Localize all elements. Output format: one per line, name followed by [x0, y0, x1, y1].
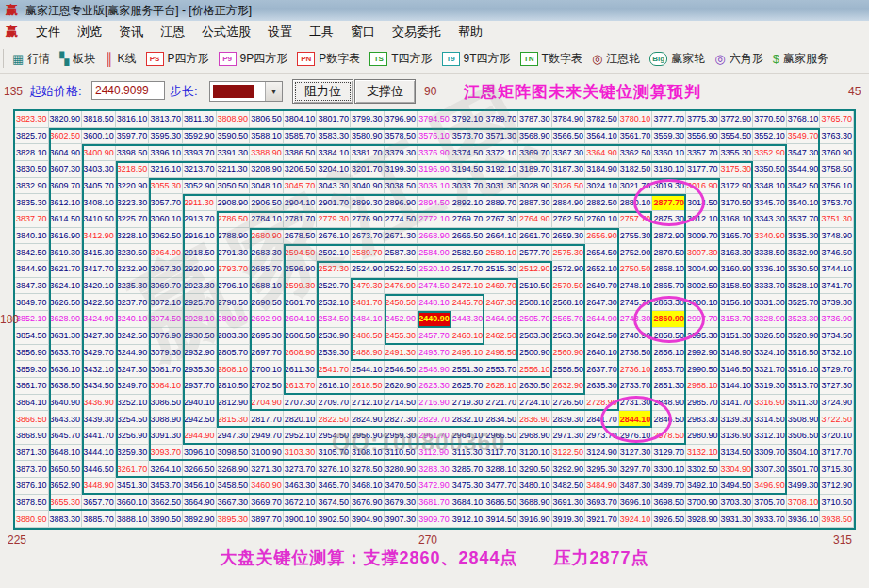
- grid-cell: 3744.10: [820, 261, 854, 278]
- menu-tools[interactable]: 工具: [301, 24, 342, 41]
- start-price-input[interactable]: [91, 81, 165, 100]
- grid-cell: 3708.10: [787, 495, 821, 512]
- grid-cell: 3700.90: [686, 495, 720, 512]
- menu-bar: 赢 文件 浏览 资讯 江恩 公式选股 设置 工具 窗口 交易委托 帮助: [0, 21, 869, 44]
- grid-cell: 2992.90: [686, 345, 720, 362]
- grid-cell: 2503.30: [518, 328, 552, 345]
- toolbar-item-quotes[interactable]: ▦行情: [12, 51, 50, 67]
- grid-cell: 2875.30: [652, 211, 686, 228]
- toolbar-item-winner-wheel[interactable]: Big赢家轮: [649, 51, 705, 67]
- app-logo-icon: 赢: [6, 24, 18, 41]
- grid-cell: 3060.10: [149, 211, 183, 228]
- grid-cell: 3931.30: [720, 511, 754, 528]
- menu-trade[interactable]: 交易委托: [384, 24, 450, 41]
- toolbar: ▦行情▚板块║K线PSP四方形P99P四方形PNP数字表TST四方形T99T四方…: [0, 43, 869, 74]
- grid-cell: 3336.10: [753, 261, 787, 278]
- grid-cell: 3264.10: [149, 461, 183, 478]
- grid-cell: 2860.90: [652, 311, 686, 328]
- menu-help[interactable]: 帮助: [450, 24, 491, 41]
- grid-cell: 3187.30: [552, 161, 586, 178]
- toolbar-item-kline[interactable]: ║K线: [105, 51, 136, 67]
- toolbar-item-gann-wheel[interactable]: ◎江恩轮: [592, 51, 640, 67]
- grid-cell: 2668.90: [418, 228, 451, 245]
- grid-cell: 3103.30: [284, 445, 318, 462]
- grid-cell: 3014.50: [686, 194, 720, 211]
- toolbar-item-label: T四方形: [391, 51, 432, 67]
- grid-cell: 2625.70: [451, 378, 485, 395]
- grid-cell: 2524.90: [351, 261, 385, 278]
- grid-cell: 3724.90: [820, 395, 854, 412]
- chevron-down-icon[interactable]: ▼: [265, 82, 282, 101]
- toolbar-item-p-square[interactable]: PSP四方形: [146, 51, 209, 67]
- t-number-icon: TN: [520, 52, 538, 66]
- toolbar-item-9p-square[interactable]: P99P四方形: [219, 51, 288, 67]
- step-select[interactable]: ▼: [209, 81, 283, 102]
- menu-browse[interactable]: 浏览: [69, 24, 110, 41]
- grid-cell: 2954.50: [317, 428, 351, 445]
- grid-cell: 3201.70: [351, 161, 385, 178]
- grid-cell: 3487.30: [619, 478, 653, 495]
- grid-cell: 2654.50: [585, 244, 619, 261]
- grid-cell: 2781.70: [284, 211, 318, 228]
- menu-gann[interactable]: 江恩: [152, 24, 193, 41]
- grid-cell: 2558.50: [552, 361, 586, 378]
- menu-settings[interactable]: 设置: [259, 24, 301, 41]
- grid-cell: 2916.10: [183, 228, 217, 245]
- menu-news[interactable]: 资讯: [110, 24, 152, 41]
- toolbar-item-t-number[interactable]: TNT数字表: [520, 51, 582, 67]
- window-title: 赢家江恩专业版[赢家服务平台] - [价格正方形]: [25, 3, 252, 19]
- grid-cell: 2623.30: [418, 378, 451, 395]
- grid-cell: 2726.50: [552, 395, 586, 412]
- grid-cell: 3016.90: [686, 178, 720, 195]
- angle-label-315: 315: [833, 533, 852, 547]
- toolbar-item-sectors[interactable]: ▚板块: [59, 51, 95, 67]
- menu-stock-picker[interactable]: 公式选股: [193, 24, 259, 41]
- grid-cell: 3333.70: [753, 278, 787, 295]
- grid-cell: 2536.90: [317, 328, 351, 345]
- grid-cell: 2666.50: [451, 228, 485, 245]
- grid-cell: 3780.10: [619, 111, 653, 128]
- grid-cell: 3000.10: [686, 294, 720, 311]
- toolbar-item-p-number[interactable]: PNP数字表: [297, 51, 360, 67]
- grid-cell: 2880.10: [619, 194, 653, 211]
- menu-file[interactable]: 文件: [27, 24, 69, 41]
- grid-cell: 3434.50: [82, 378, 116, 395]
- grid-cell: 3182.50: [619, 161, 653, 178]
- grid-cell: 3225.70: [116, 211, 150, 228]
- grid-cell: 3686.50: [484, 495, 518, 512]
- grid-cell: 3324.10: [753, 345, 787, 362]
- grid-cell: 3736.90: [820, 311, 854, 328]
- grid-cell: 3175.30: [720, 161, 754, 178]
- resistance-button[interactable]: 阻力位: [292, 79, 353, 104]
- grid-cell: 3914.50: [484, 511, 518, 528]
- toolbar-item-t-square[interactable]: TST四方形: [369, 51, 432, 67]
- grid-cell: 2508.10: [518, 294, 552, 311]
- grid-cell: 2980.90: [686, 428, 720, 445]
- grid-cell: 3360.10: [652, 144, 686, 161]
- grid-cell: 3088.90: [149, 411, 183, 428]
- angle-label-180: 180: [0, 313, 19, 326]
- toolbar-item-9t-square[interactable]: T99T四方形: [442, 51, 511, 67]
- support-button[interactable]: 支撑位: [354, 79, 416, 104]
- menu-window[interactable]: 窗口: [342, 24, 384, 41]
- grid-cell: 3417.70: [82, 261, 116, 278]
- grid-cell: 2604.10: [284, 311, 318, 328]
- grid-cell: 2476.90: [385, 278, 418, 295]
- grid-cell: 3165.70: [720, 228, 754, 245]
- grid-cell: 3645.70: [49, 428, 83, 445]
- grid-cell: 3568.90: [518, 128, 552, 145]
- grid-cell: 3093.70: [149, 445, 183, 462]
- grid-cell: 3163.30: [720, 244, 754, 261]
- grid-cell: 3818.50: [82, 111, 116, 128]
- grid-cell: 2774.50: [385, 211, 418, 228]
- grid-cell: 2644.90: [585, 311, 619, 328]
- toolbar-item-hexagon[interactable]: ◎六角形: [714, 51, 762, 67]
- grid-cell: 3727.30: [820, 378, 854, 395]
- grid-cell: 2776.90: [351, 211, 385, 228]
- grid-cell: 3216.10: [149, 161, 183, 178]
- grid-cell: 3453.70: [149, 478, 183, 495]
- grid-cell: 2556.10: [518, 361, 552, 378]
- toolbar-item-service[interactable]: $赢家服务: [773, 51, 828, 67]
- grid-cell: 3681.70: [418, 495, 451, 512]
- grid-cell: 3638.50: [49, 378, 83, 395]
